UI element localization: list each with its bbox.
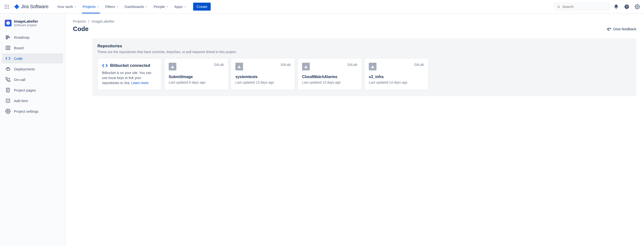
sidebar-item-project-settings[interactable]: Project settings xyxy=(2,106,63,116)
svg-point-6 xyxy=(5,8,6,9)
chevron-down-icon xyxy=(74,5,77,8)
notifications-icon[interactable] xyxy=(612,3,620,11)
svg-point-12 xyxy=(636,6,638,8)
search-icon xyxy=(557,5,560,9)
repositories-subtitle: These are the repositories that have com… xyxy=(98,50,631,54)
sidebar-item-roadmap[interactable]: Roadmap xyxy=(2,32,63,42)
svg-point-20 xyxy=(9,78,10,79)
nav-projects[interactable]: Projects xyxy=(80,3,102,11)
sidebar-item-label: On-call xyxy=(14,78,26,82)
repositories-title: Repositories xyxy=(98,44,631,49)
chevron-down-icon xyxy=(166,5,169,8)
jira-logo[interactable]: Jira Software xyxy=(12,4,50,10)
nav-people[interactable]: People xyxy=(151,3,171,11)
breadcrumb-projects[interactable]: Projects xyxy=(73,19,86,23)
nav-dashboards[interactable]: Dashboards xyxy=(122,3,150,11)
breadcrumb-project[interactable]: ImageLabeller xyxy=(92,19,114,23)
sidebar-item-on-call[interactable]: On-call xyxy=(2,75,63,85)
project-name: ImageLabeller xyxy=(14,19,38,23)
chevron-down-icon xyxy=(116,5,119,8)
sidebar-item-deployments[interactable]: Deployments xyxy=(2,64,63,74)
repo-card[interactable]: GitLab s3_infra Last updated 14 days ago xyxy=(364,58,428,90)
main-content: Projects / ImageLabeller Code Give feedb… xyxy=(65,14,644,246)
repo-updated: Last updated 13 days ago xyxy=(236,81,290,84)
svg-point-2 xyxy=(8,5,9,5)
board-icon xyxy=(5,45,10,51)
top-nav: Jira Software Your work Projects Filters… xyxy=(0,0,644,14)
svg-point-4 xyxy=(6,6,7,7)
nav-your-work[interactable]: Your work xyxy=(55,3,79,11)
svg-text:?: ? xyxy=(626,5,628,9)
deployments-icon xyxy=(5,66,10,72)
svg-point-3 xyxy=(5,6,6,7)
ship-icon xyxy=(236,63,243,70)
sidebar-item-board[interactable]: Board xyxy=(2,43,63,53)
svg-rect-15 xyxy=(6,39,8,39)
ship-icon xyxy=(169,63,176,70)
roadmap-icon xyxy=(5,35,10,40)
sidebar-item-label: Roadmap xyxy=(14,35,30,39)
chevron-down-icon xyxy=(184,5,186,8)
settings-icon[interactable] xyxy=(634,3,641,11)
sidebar-item-label: Code xyxy=(14,57,22,61)
svg-rect-13 xyxy=(6,36,9,37)
nav-apps[interactable]: Apps xyxy=(172,3,189,11)
project-header[interactable]: ImageLabeller Software project xyxy=(2,18,63,32)
nav-filters[interactable]: Filters xyxy=(103,3,121,11)
sidebar: ImageLabeller Software project Roadmap B… xyxy=(0,14,65,246)
create-button[interactable]: Create xyxy=(193,3,211,11)
sidebar-item-project-pages[interactable]: Project pages xyxy=(2,85,63,95)
bitbucket-card-description: Bitbucket is on your site. You can use i… xyxy=(102,70,157,86)
svg-point-7 xyxy=(6,8,7,9)
code-icon xyxy=(102,63,108,69)
add-item-icon xyxy=(5,98,10,103)
bitbucket-connected-card: Bitbucket connected Bitbucket is on your… xyxy=(98,58,162,90)
jira-logo-icon xyxy=(14,4,20,10)
bitbucket-card-title: Bitbucket connected xyxy=(110,63,150,68)
repo-card[interactable]: GitLab CloudWatchAlarms Last updated 13 … xyxy=(298,58,362,90)
on-call-icon xyxy=(5,77,10,82)
search-box[interactable] xyxy=(554,3,610,10)
repo-provider: GitLab xyxy=(214,63,224,67)
repo-name: CloudWatchAlarms xyxy=(302,75,357,79)
code-icon xyxy=(5,56,10,61)
sidebar-item-code[interactable]: Code xyxy=(2,53,63,63)
repo-provider: GitLab xyxy=(348,63,357,67)
repo-name: systemtests xyxy=(236,75,290,79)
ship-icon xyxy=(302,63,310,70)
svg-point-0 xyxy=(5,5,6,5)
svg-point-9 xyxy=(558,6,559,8)
chevron-down-icon xyxy=(96,5,99,8)
sidebar-item-label: Project settings xyxy=(14,109,39,113)
svg-point-1 xyxy=(6,5,7,5)
repo-card[interactable]: GitLab systemtests Last updated 13 days … xyxy=(231,58,295,90)
project-avatar-icon xyxy=(5,20,12,27)
gear-icon xyxy=(5,109,10,114)
repo-name: s3_infra xyxy=(369,75,424,79)
help-icon[interactable]: ? xyxy=(623,3,630,11)
repo-updated: Last updated 14 days ago xyxy=(369,81,424,84)
repositories-panel: Repositories These are the repositories … xyxy=(92,39,636,96)
svg-point-28 xyxy=(7,111,9,112)
page-title: Code xyxy=(73,25,88,33)
ship-icon xyxy=(369,63,376,70)
sidebar-item-label: Project pages xyxy=(14,88,36,92)
sidebar-item-add-item[interactable]: Add item xyxy=(2,96,63,106)
repo-name: SubmitImage xyxy=(169,75,224,79)
svg-rect-16 xyxy=(6,46,10,50)
repo-provider: GitLab xyxy=(414,63,424,67)
repo-provider: GitLab xyxy=(281,63,290,67)
sidebar-item-label: Deployments xyxy=(14,67,35,71)
repo-updated: Last updated 13 days ago xyxy=(302,81,357,84)
logo-text: Jira Software xyxy=(21,4,48,9)
search-input[interactable] xyxy=(562,5,607,9)
app-switcher-icon[interactable] xyxy=(3,3,10,11)
svg-point-8 xyxy=(8,8,9,9)
breadcrumb: Projects / ImageLabeller xyxy=(73,19,636,23)
sidebar-item-label: Add item xyxy=(14,99,28,103)
svg-point-5 xyxy=(8,6,9,7)
give-feedback-button[interactable]: Give feedback xyxy=(606,27,636,32)
repo-card[interactable]: GitLab SubmitImage Last updated 9 days a… xyxy=(164,58,228,90)
learn-more-link[interactable]: Learn more xyxy=(131,81,148,85)
project-type: Software project xyxy=(14,23,38,27)
